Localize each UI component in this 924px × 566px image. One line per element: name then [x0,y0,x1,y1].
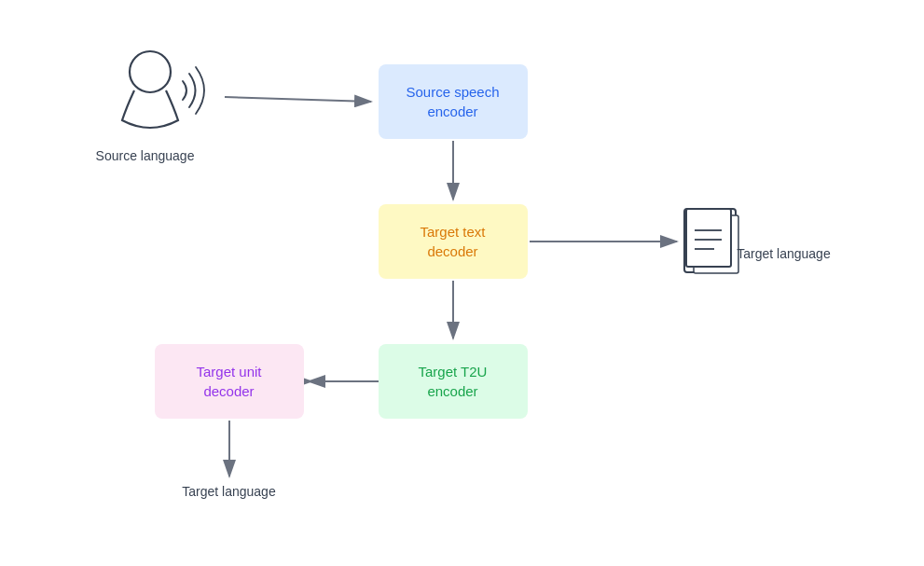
target-unit-decoder-label: Target unit decoder [170,362,289,401]
diagram-container: Source speech encoder Target text decode… [0,0,924,566]
svg-point-2 [130,51,171,92]
target-unit-decoder-box: Target unit decoder [155,344,304,419]
source-language-label: Source language [90,148,201,163]
svg-rect-6 [684,209,736,272]
svg-rect-10 [694,215,738,273]
target-t2u-encoder-label: Target T2U encoder [393,362,513,401]
target-t2u-encoder-box: Target T2U encoder [379,344,528,419]
source-encoder-box: Source speech encoder [379,64,528,139]
target-text-decoder-box: Target text decoder [379,204,528,279]
target-language-right-label: Target language [724,246,845,261]
diagram: Source speech encoder Target text decode… [62,27,863,540]
target-language-bottom-label: Target language [169,484,290,499]
source-encoder-label: Source speech encoder [393,82,513,121]
target-text-decoder-label: Target text decoder [393,222,513,261]
svg-line-3 [225,97,371,102]
